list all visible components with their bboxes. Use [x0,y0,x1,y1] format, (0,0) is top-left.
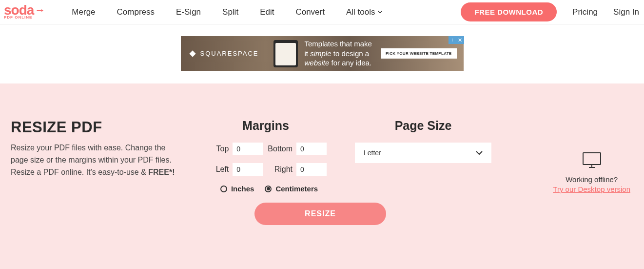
logo-subtitle: PDF ONLINE [4,15,32,20]
chevron-down-icon [377,10,383,14]
nav-alltools-label: All tools [346,7,375,17]
margins-block: Margins Top Bottom Left Right [205,119,327,249]
radio-icon [265,186,272,192]
page-title: RESIZE PDF [11,119,176,136]
margin-right-label: Right [274,165,293,174]
radio-inches-label: Inches [231,185,254,193]
squarespace-icon [188,49,197,59]
pagesize-heading: Page Size [355,119,491,133]
offline-text: Working offline? [553,175,630,184]
ad-info-icon[interactable]: i [449,36,456,44]
ad-line1: Templates that make [305,39,381,49]
pricing-link[interactable]: Pricing [572,7,598,17]
radio-cm-label: Centimeters [275,185,318,193]
desktop-version-link[interactable]: Try our Desktop version [553,185,630,193]
main-section: RESIZE PDF Resize your PDF files with ea… [0,83,644,269]
close-icon[interactable]: ✕ [456,36,464,44]
margin-right-input[interactable] [296,163,327,176]
margin-top-label: Top [216,145,229,153]
ad-text: Templates that make it simple to design … [305,39,381,68]
margin-left-field: Left [205,163,263,176]
margin-bottom-field: Bottom [268,143,327,155]
offline-column: Working offline? Try our Desktop version [553,152,630,194]
pagesize-block: Page Size Letter [355,119,491,249]
ad-content[interactable]: i ✕ SQUARESPACE Templates that make it s… [181,36,464,71]
header: soda → PDF ONLINE Merge Compress E-Sign … [0,0,644,24]
margin-right-field: Right [268,163,327,176]
main-nav: Merge Compress E-Sign Split Edit Convert… [72,7,461,17]
intro-column: RESIZE PDF Resize your PDF files with ea… [11,119,176,249]
nav-edit[interactable]: Edit [260,7,274,17]
chevron-down-icon [476,151,483,155]
nav-merge[interactable]: Merge [72,7,95,17]
unit-radios: Inches Centimeters [205,185,327,193]
phone-icon [273,40,298,67]
radio-centimeters[interactable]: Centimeters [265,185,318,193]
margins-grid: Top Bottom Left Right [205,143,327,176]
header-right: FREE DOWNLOAD Pricing Sign In [461,2,639,21]
ad-brand-text: SQUARESPACE [200,50,259,57]
ad-line2: it simple to design a [305,49,381,59]
nav-convert[interactable]: Convert [295,7,325,17]
logo-text: soda [4,4,34,16]
monitor-icon [582,152,602,170]
pagesize-value: Letter [364,149,476,157]
margin-top-field: Top [205,143,263,155]
margin-bottom-input[interactable] [296,143,327,155]
margin-top-input[interactable] [233,143,263,155]
radio-inches[interactable]: Inches [220,185,254,193]
ad-cta-button[interactable]: PICK YOUR WEBSITE TEMPLATE [381,48,457,59]
radio-icon [220,186,227,192]
resize-button[interactable]: RESIZE [254,203,386,225]
logo[interactable]: soda → PDF ONLINE [4,4,45,20]
free-download-button[interactable]: FREE DOWNLOAD [461,2,557,21]
nav-split[interactable]: Split [222,7,238,17]
margin-bottom-label: Bottom [268,145,293,153]
signin-link[interactable]: Sign In [613,7,639,17]
nav-esign[interactable]: E-Sign [176,7,201,17]
margin-left-label: Left [216,165,229,174]
margin-left-input[interactable] [233,163,263,176]
arrow-right-icon: → [35,6,45,15]
svg-rect-0 [583,153,601,165]
ad-brand: SQUARESPACE [188,49,259,59]
pagesize-select[interactable]: Letter [355,143,491,163]
ad-banner: i ✕ SQUARESPACE Templates that make it s… [0,36,644,71]
page-description: Resize your PDF files with ease. Change … [11,142,176,178]
ad-line3: website for any idea. [305,58,381,68]
nav-compress[interactable]: Compress [117,7,155,17]
margins-heading: Margins [205,119,327,133]
nav-alltools[interactable]: All tools [346,7,383,17]
